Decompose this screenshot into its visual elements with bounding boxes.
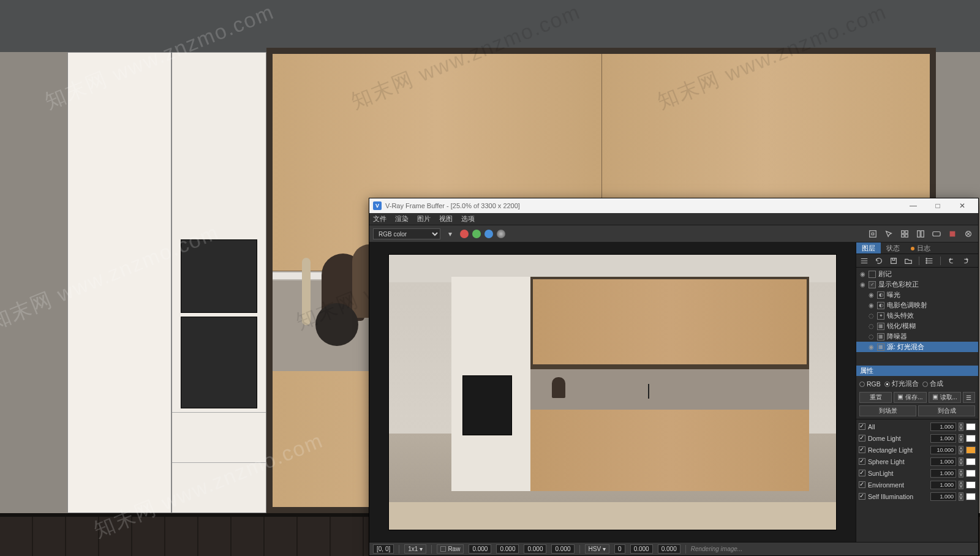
- light-row[interactable]: Environment 1.000 ▲▼: [856, 479, 978, 490]
- tree-row[interactable]: ◌ ▦ 锐化/模糊: [856, 321, 978, 331]
- channel-dropdown-icon[interactable]: ▾: [444, 228, 456, 240]
- tab-log[interactable]: 日志: [905, 242, 936, 254]
- spinner[interactable]: ▲▼: [959, 446, 963, 454]
- spinner[interactable]: ▲▼: [959, 492, 963, 501]
- menu-view[interactable]: 视图: [439, 214, 453, 224]
- redo-icon[interactable]: [960, 255, 971, 266]
- spinner[interactable]: ▲▼: [959, 481, 963, 489]
- hsv-toggle[interactable]: HSV▾: [585, 544, 610, 554]
- light-color-swatch[interactable]: [966, 435, 976, 442]
- raw-toggle[interactable]: Raw: [437, 544, 464, 554]
- light-enable-checkbox[interactable]: [859, 481, 865, 488]
- tree-row[interactable]: ◌ ✦ 镜头特效: [856, 310, 978, 321]
- light-color-swatch[interactable]: [966, 423, 976, 430]
- pick-pixel-icon[interactable]: [899, 228, 911, 240]
- stop-render-icon[interactable]: [946, 228, 959, 240]
- save-preset-button[interactable]: ▣ 保存...: [894, 392, 926, 403]
- menu-render[interactable]: 渲染: [395, 214, 409, 224]
- tree-row[interactable]: ◉ ◐ 曝光: [856, 290, 978, 300]
- track-mouse-icon[interactable]: [883, 228, 895, 240]
- tree-row[interactable]: ◉ ✓ 显示色彩校正: [856, 279, 978, 290]
- window-minimize-button[interactable]: —: [901, 198, 925, 213]
- light-intensity-input[interactable]: 1.000: [930, 481, 956, 489]
- new-layer-icon[interactable]: [859, 255, 870, 266]
- light-enable-checkbox[interactable]: [859, 435, 865, 441]
- side-panel: 图层 状态 日志 ◉ 剧记◉ ✓ 显示色彩校正◉ ◐ 曝光◉ ◐ 电影色调映射◌…: [856, 242, 978, 542]
- reset-button[interactable]: 重置: [859, 392, 892, 403]
- light-enable-checkbox[interactable]: [859, 458, 865, 465]
- corrections-tree[interactable]: ◉ 剧记◉ ✓ 显示色彩校正◉ ◐ 曝光◉ ◐ 电影色调映射◌ ✦ 镜头特效◌ …: [856, 268, 978, 366]
- spinner[interactable]: ▲▼: [959, 469, 963, 478]
- light-row[interactable]: Sphere Light 1.000 ▲▼: [856, 456, 978, 467]
- light-color-swatch[interactable]: [966, 446, 976, 454]
- spinner[interactable]: ▲▼: [959, 434, 963, 443]
- light-mix-list[interactable]: All 1.000 ▲▼ Dome Light 1.000 ▲▼ Rectang…: [856, 419, 978, 542]
- visibility-eye-icon[interactable]: ◌: [867, 323, 875, 330]
- mono-channel-button[interactable]: [497, 230, 505, 238]
- visibility-eye-icon[interactable]: ◉: [859, 271, 866, 278]
- light-intensity-input[interactable]: 1.000: [930, 434, 956, 443]
- compare-icon[interactable]: [914, 228, 927, 240]
- light-enable-checkbox[interactable]: [859, 423, 865, 430]
- render-icon[interactable]: [962, 228, 974, 240]
- region-render-icon[interactable]: [867, 228, 879, 240]
- preset-more-icon[interactable]: ☰: [963, 392, 975, 403]
- light-enable-checkbox[interactable]: [859, 493, 865, 500]
- visibility-eye-icon[interactable]: ◉: [867, 302, 875, 309]
- source-radio[interactable]: RGB: [859, 380, 881, 388]
- light-row[interactable]: All 1.000 ▲▼: [856, 421, 978, 432]
- spinner[interactable]: ▲▼: [959, 457, 963, 466]
- menu-image[interactable]: 图片: [417, 214, 431, 224]
- menu-options[interactable]: 选项: [461, 214, 475, 224]
- light-intensity-input[interactable]: 10.000: [930, 446, 956, 454]
- tree-row[interactable]: ◉ ◐ 电影色调映射: [856, 300, 978, 310]
- light-intensity-input[interactable]: 1.000: [930, 423, 956, 431]
- light-row[interactable]: SunLight 1.000 ▲▼: [856, 467, 978, 479]
- source-radio[interactable]: 灯光混合: [884, 380, 919, 388]
- visibility-eye-icon[interactable]: ◌: [867, 333, 875, 340]
- visibility-eye-icon[interactable]: ◉: [859, 281, 866, 288]
- reset-cc-icon[interactable]: [873, 255, 884, 266]
- spinner[interactable]: ▲▼: [959, 423, 963, 431]
- light-row[interactable]: Dome Light 1.000 ▲▼: [856, 432, 978, 444]
- light-color-swatch[interactable]: [966, 470, 976, 477]
- zoom-ratio[interactable]: 1x1▾: [404, 544, 426, 554]
- load-preset-button[interactable]: ▣ 读取...: [929, 392, 961, 403]
- visibility-eye-icon[interactable]: ◌: [867, 312, 875, 320]
- light-color-swatch[interactable]: [966, 481, 976, 489]
- save-cc-icon[interactable]: [888, 255, 899, 266]
- light-enable-checkbox[interactable]: [859, 470, 865, 476]
- tab-layers[interactable]: 图层: [856, 242, 881, 254]
- link-viewport-icon[interactable]: [930, 228, 943, 240]
- menu-file[interactable]: 文件: [373, 214, 386, 224]
- light-intensity-input[interactable]: 1.000: [930, 492, 956, 501]
- light-color-swatch[interactable]: [966, 493, 976, 500]
- light-intensity-input[interactable]: 1.000: [930, 457, 956, 466]
- to-scene-button[interactable]: 到场景: [859, 405, 916, 416]
- vray-frame-buffer-window[interactable]: V V-Ray Frame Buffer - [25.0% of 3300 x …: [369, 198, 979, 556]
- light-row[interactable]: Self Illumination 1.000 ▲▼: [856, 490, 978, 502]
- light-color-swatch[interactable]: [966, 458, 976, 465]
- source-radio[interactable]: 合成: [922, 380, 943, 388]
- window-titlebar[interactable]: V V-Ray Frame Buffer - [25.0% of 3300 x …: [369, 198, 978, 213]
- channel-select[interactable]: RGB color: [373, 228, 440, 239]
- to-composite-button[interactable]: 到合成: [918, 405, 975, 416]
- list-view-icon[interactable]: [924, 255, 935, 266]
- load-cc-icon[interactable]: [903, 255, 914, 266]
- tree-row[interactable]: ◉ ▦ 源: 灯光混合: [856, 342, 978, 352]
- window-close-button[interactable]: ✕: [950, 198, 974, 213]
- tree-row[interactable]: ◉ 剧记: [856, 269, 978, 279]
- light-intensity-input[interactable]: 1.000: [930, 469, 956, 478]
- green-channel-button[interactable]: [472, 230, 481, 238]
- light-enable-checkbox[interactable]: [859, 446, 865, 453]
- window-maximize-button[interactable]: □: [925, 198, 950, 213]
- tree-row[interactable]: ◌ ▦ 降噪器: [856, 331, 978, 342]
- visibility-eye-icon[interactable]: ◉: [867, 291, 875, 299]
- render-viewport[interactable]: [369, 242, 856, 542]
- light-row[interactable]: Rectangle Light 10.000 ▲▼: [856, 444, 978, 456]
- visibility-eye-icon[interactable]: ◉: [867, 344, 875, 351]
- tab-state[interactable]: 状态: [881, 242, 905, 254]
- undo-icon[interactable]: [946, 255, 957, 266]
- blue-channel-button[interactable]: [484, 230, 493, 238]
- red-channel-button[interactable]: [460, 230, 469, 238]
